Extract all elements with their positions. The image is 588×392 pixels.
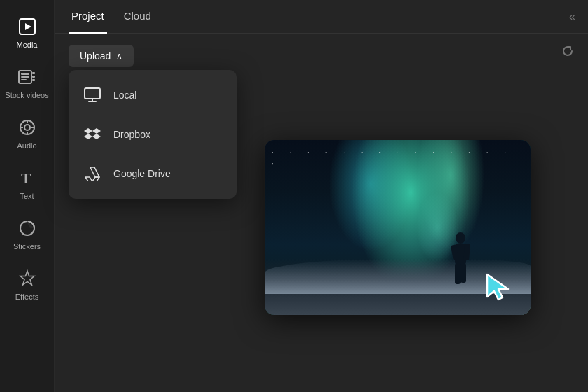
tab-cloud[interactable]: Cloud [121, 0, 154, 34]
media-icon [16, 15, 38, 38]
svg-rect-32 [461, 263, 466, 283]
refresh-button[interactable] [561, 45, 574, 57]
sidebar-item-label: Stickers [13, 242, 41, 251]
svg-marker-24 [90, 167, 99, 177]
svg-rect-8 [32, 79, 35, 81]
aurora-image-card [265, 140, 531, 315]
dropdown-item-label: Google Drive [113, 168, 171, 179]
dropdown-item-google-drive[interactable]: Google Drive [69, 154, 237, 193]
svg-marker-25 [85, 177, 92, 181]
dropbox-icon [83, 125, 102, 144]
sidebar-item-stock-videos[interactable]: Stock videos [3, 59, 52, 106]
svg-marker-21 [92, 128, 101, 134]
svg-rect-6 [32, 72, 35, 74]
stickers-icon [16, 217, 38, 239]
upload-dropdown: Local Dropbox [69, 70, 237, 199]
sidebar-item-effects[interactable]: Effects [3, 260, 52, 308]
svg-rect-3 [21, 73, 29, 75]
upload-chevron-icon: ∧ [116, 51, 122, 61]
main-panel: Project Cloud « Upload ∧ [55, 0, 588, 392]
text-icon: T [16, 167, 38, 189]
person-silhouette [447, 231, 475, 294]
dropdown-item-dropbox[interactable]: Dropbox [69, 115, 237, 154]
sidebar-item-label: Text [20, 192, 34, 200]
svg-rect-31 [455, 263, 461, 284]
svg-marker-33 [487, 274, 508, 300]
stock-videos-icon [16, 66, 38, 88]
sidebar-item-label: Effects [15, 293, 38, 301]
svg-rect-4 [21, 76, 29, 78]
sidebar-item-stickers[interactable]: Stickers [3, 210, 52, 258]
svg-point-27 [456, 232, 465, 244]
svg-point-10 [24, 125, 30, 130]
monitor-icon [83, 85, 102, 105]
svg-marker-20 [84, 128, 92, 134]
sidebar-item-label: Stock videos [5, 91, 48, 99]
content-area: Upload ∧ Local [55, 34, 588, 78]
sidebar: Media Stock videos [0, 0, 55, 392]
svg-marker-23 [92, 134, 101, 139]
svg-rect-17 [85, 88, 100, 99]
dropdown-item-local[interactable]: Local [69, 76, 237, 115]
svg-marker-1 [25, 23, 31, 30]
dropdown-item-label: Local [113, 90, 136, 101]
sidebar-item-audio[interactable]: Audio [3, 109, 52, 157]
google-drive-icon [83, 164, 102, 183]
tabs-bar: Project Cloud « [55, 0, 588, 34]
tab-project[interactable]: Project [69, 0, 107, 34]
audio-icon [16, 116, 38, 139]
dropdown-item-label: Dropbox [113, 129, 150, 140]
svg-rect-7 [32, 76, 35, 78]
svg-marker-22 [84, 134, 92, 139]
sidebar-item-media[interactable]: Media [3, 8, 52, 56]
cursor-arrow [484, 272, 515, 302]
collapse-button[interactable]: « [569, 10, 574, 23]
effects-icon [16, 267, 38, 290]
upload-button[interactable]: Upload ∧ [69, 45, 134, 67]
svg-text:T: T [21, 169, 31, 187]
sidebar-item-label: Media [17, 41, 38, 49]
sidebar-item-text[interactable]: T Text [3, 160, 52, 207]
svg-rect-5 [21, 79, 27, 80]
svg-marker-26 [92, 177, 99, 181]
sidebar-item-label: Audio [17, 141, 36, 150]
